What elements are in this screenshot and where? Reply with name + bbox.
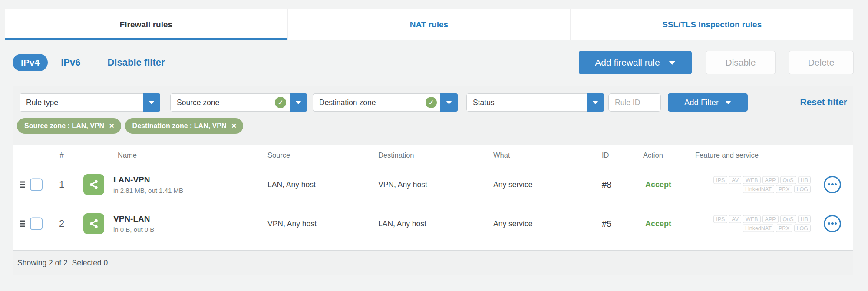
- source-zone-dropdown[interactable]: Source zone ✓: [170, 93, 307, 112]
- chip-label: Source zone : LAN, VPN: [24, 122, 104, 130]
- delete-button[interactable]: Delete: [789, 51, 854, 74]
- table-row: 1 LAN-VPN in 2.81 MB, out 1.41 MB LAN, A…: [13, 165, 853, 204]
- tab-ssl-tls-inspection-rules-label: SSL/TLS inspection rules: [662, 20, 762, 30]
- rule-id-input[interactable]: [608, 93, 661, 112]
- chevron-down-icon: [725, 101, 731, 104]
- destination-zone-dropdown-label: Destination zone: [313, 98, 426, 107]
- table-row: 2 VPN-LAN in 0 B, out 0 B VPN, Any host …: [13, 204, 853, 243]
- cell-what: Any service: [493, 180, 532, 189]
- header-what: What: [493, 151, 510, 159]
- status-dropdown-label: Status: [467, 98, 587, 107]
- chevron-down-icon: [592, 101, 598, 104]
- header-name: Name: [118, 151, 137, 159]
- chevron-down-icon: [149, 101, 155, 104]
- badge-av: AV: [729, 176, 741, 184]
- showing-status-text: Showing 2 of 2. Selected 0: [17, 258, 108, 268]
- toolbar: IPv4 IPv6 Disable filter Add firewall ru…: [13, 51, 854, 74]
- tab-nat-rules-label: NAT rules: [410, 20, 448, 30]
- badge-ips: IPS: [713, 215, 727, 223]
- row-checkbox[interactable]: [30, 217, 43, 230]
- table-bottom-spacer: [13, 243, 853, 250]
- badge-app: APP: [762, 215, 779, 223]
- feature-badges: IPS AV WEB APP QoS HB LinkedNAT PRX LOG: [713, 176, 811, 193]
- rule-type-dropdown-button[interactable]: [143, 93, 160, 112]
- reset-filter-link[interactable]: Reset filter: [800, 97, 847, 107]
- header-source: Source: [267, 151, 290, 159]
- badge-hb: HB: [798, 176, 811, 184]
- row-checkbox[interactable]: [30, 178, 43, 191]
- close-icon[interactable]: ✕: [109, 122, 115, 130]
- badge-hb: HB: [798, 215, 811, 223]
- status-dropdown[interactable]: Status: [466, 93, 604, 112]
- cell-rule-id: #8: [602, 179, 611, 189]
- rule-name-block: VPN-LAN in 0 B, out 0 B: [113, 214, 154, 233]
- add-filter-button[interactable]: Add Filter: [668, 93, 748, 112]
- drag-handle-icon[interactable]: [20, 181, 25, 188]
- cell-rule-id: #5: [602, 218, 611, 228]
- rule-name-link[interactable]: VPN-LAN: [113, 214, 150, 224]
- badge-app: APP: [762, 176, 779, 184]
- cell-destination: VPN, Any host: [378, 180, 427, 189]
- header-feature-and-service: Feature and service: [695, 151, 759, 159]
- ipv4-toggle[interactable]: IPv4: [13, 54, 48, 71]
- badge-prx: PRX: [776, 185, 792, 193]
- rule-traffic: in 0 B, out 0 B: [113, 226, 154, 233]
- row-number: 2: [55, 218, 69, 229]
- disable-filter-link[interactable]: Disable filter: [107, 57, 165, 68]
- source-zone-dropdown-label: Source zone: [171, 98, 275, 107]
- ellipsis-menu-icon[interactable]: [824, 215, 841, 232]
- cell-action-status: Accept: [645, 219, 671, 228]
- tab-firewall-rules[interactable]: Firewall rules: [5, 9, 287, 40]
- disable-button[interactable]: Disable: [706, 51, 776, 74]
- ellipsis-menu-icon[interactable]: [824, 176, 841, 193]
- badge-web: WEB: [743, 176, 760, 184]
- chevron-down-icon: [446, 101, 452, 104]
- add-filter-label: Add Filter: [684, 98, 719, 107]
- drag-handle-icon[interactable]: [20, 220, 25, 227]
- close-icon[interactable]: ✕: [231, 122, 237, 130]
- ipv6-toggle[interactable]: IPv6: [61, 57, 80, 68]
- chevron-down-icon: [295, 101, 301, 104]
- rules-panel: Rule type Source zone ✓ Destination zone…: [13, 86, 853, 275]
- destination-zone-filter-chip[interactable]: Destination zone : LAN, VPN ✕: [125, 118, 243, 134]
- chevron-down-icon: [669, 61, 676, 65]
- cell-action-status: Accept: [645, 180, 671, 189]
- cell-source: VPN, Any host: [267, 219, 317, 228]
- destination-zone-dropdown[interactable]: Destination zone ✓: [313, 93, 458, 112]
- check-icon: ✓: [275, 97, 286, 108]
- tab-bar: Firewall rules NAT rules SSL/TLS inspect…: [5, 9, 853, 40]
- cell-what: Any service: [493, 219, 532, 228]
- check-icon: ✓: [426, 97, 437, 108]
- header-action: Action: [643, 151, 663, 159]
- rule-name-block: LAN-VPN in 2.81 MB, out 1.41 MB: [113, 175, 183, 194]
- badge-qos: QoS: [780, 176, 796, 184]
- header-number: #: [57, 151, 66, 159]
- rule-traffic: in 2.81 MB, out 1.41 MB: [113, 187, 183, 194]
- header-id: ID: [602, 151, 609, 159]
- feature-badges: IPS AV WEB APP QoS HB LinkedNAT PRX LOG: [713, 215, 811, 232]
- destination-zone-dropdown-button[interactable]: [440, 93, 458, 112]
- tab-firewall-rules-label: Firewall rules: [120, 20, 172, 30]
- badge-web: WEB: [743, 215, 760, 223]
- source-zone-dropdown-button[interactable]: [290, 93, 307, 112]
- row-number: 1: [55, 179, 69, 190]
- tab-nat-rules[interactable]: NAT rules: [287, 9, 571, 40]
- badge-ips: IPS: [713, 176, 727, 184]
- cell-destination: LAN, Any host: [378, 219, 426, 228]
- status-dropdown-button[interactable]: [587, 93, 604, 112]
- source-zone-filter-chip[interactable]: Source zone : LAN, VPN ✕: [17, 118, 121, 134]
- add-firewall-rule-button[interactable]: Add firewall rule: [579, 51, 692, 74]
- filter-chips: Source zone : LAN, VPN ✕ Destination zon…: [17, 118, 243, 134]
- badge-log: LOG: [794, 224, 811, 232]
- rule-type-dropdown[interactable]: Rule type: [20, 93, 160, 112]
- add-firewall-rule-label: Add firewall rule: [595, 57, 660, 68]
- badge-prx: PRX: [776, 224, 792, 232]
- badge-log: LOG: [794, 185, 811, 193]
- filter-area: Rule type Source zone ✓ Destination zone…: [13, 86, 853, 146]
- table-footer: Showing 2 of 2. Selected 0: [13, 250, 853, 275]
- badge-linkednat: LinkedNAT: [743, 185, 774, 193]
- share-icon: [83, 174, 104, 195]
- tab-ssl-tls-inspection-rules[interactable]: SSL/TLS inspection rules: [570, 9, 853, 40]
- chip-label: Destination zone : LAN, VPN: [132, 122, 227, 130]
- rule-name-link[interactable]: LAN-VPN: [113, 175, 150, 185]
